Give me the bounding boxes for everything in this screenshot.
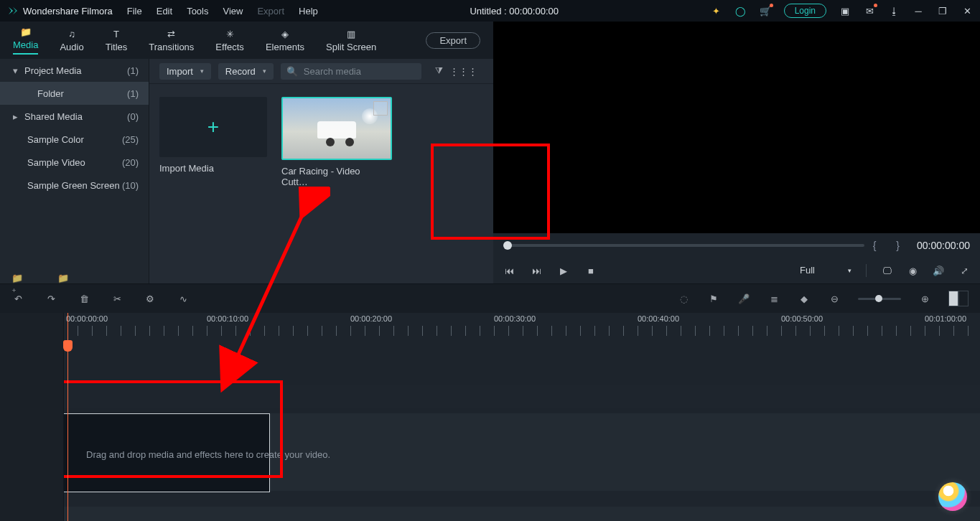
- main-menu: File Edit Tools View Export Help: [127, 6, 318, 17]
- transitions-icon: ⇄: [165, 28, 178, 39]
- tab-audio[interactable]: ♫Audio: [60, 28, 83, 52]
- download-icon[interactable]: ⭳: [888, 5, 900, 17]
- cart-icon[interactable]: 🛒: [760, 5, 771, 17]
- close-icon[interactable]: ✕: [961, 5, 973, 17]
- time-ruler[interactable]: 00:00:00:00 00:00:10:00 00:00:20:00 00:0…: [63, 313, 980, 342]
- fullscreen-icon[interactable]: ⤢: [958, 265, 970, 276]
- step-fwd-icon[interactable]: ⏭: [531, 265, 542, 276]
- record-dropdown[interactable]: Record▾: [218, 63, 274, 80]
- delete-icon[interactable]: 🗑: [78, 292, 90, 305]
- preview-panel: { } 00:00:00:00 ⏮ ⏭ ▶ ■ Full▾ 🖵 ◉ 🔊 ⤢: [493, 22, 980, 283]
- sidebar-item-folder[interactable]: Folder(1): [0, 82, 149, 105]
- minimize-icon[interactable]: ─: [913, 5, 924, 17]
- play-icon[interactable]: ▶: [558, 265, 569, 276]
- save-icon[interactable]: ▣: [839, 5, 851, 17]
- tab-titles[interactable]: TTitles: [106, 28, 128, 52]
- playhead[interactable]: [67, 313, 68, 521]
- media-sidebar: ▾Project Media(1) Folder(1) ▸Shared Medi…: [0, 59, 149, 283]
- audio-wave-icon[interactable]: ∿: [177, 292, 190, 305]
- voiceover-icon[interactable]: 🎤: [737, 292, 750, 305]
- player-timecode: 00:00:00:00: [917, 240, 970, 251]
- chevron-down-icon: ▾: [848, 267, 851, 274]
- keyframe-icon[interactable]: ◆: [798, 292, 811, 305]
- login-button[interactable]: Login: [784, 4, 826, 18]
- export-button[interactable]: Export: [426, 32, 480, 49]
- timeline: ⧉ ⬙ 00:00:00:00 00:00:10:00 00:00:20:00 …: [0, 313, 980, 521]
- render-icon[interactable]: ◌: [677, 292, 690, 305]
- import-media-cell[interactable]: + Import Media: [159, 97, 267, 174]
- dropzone-hint: Drag and drop media and effects here to …: [86, 449, 330, 460]
- menu-view[interactable]: View: [223, 6, 243, 17]
- zoom-out-icon[interactable]: ⊖: [828, 292, 841, 305]
- in-out-braces[interactable]: { }: [873, 240, 908, 251]
- sidebar-footer: 📁₊ 📁: [11, 273, 70, 286]
- app-name: Wondershare Filmora: [23, 6, 113, 17]
- player-controls: { } 00:00:00:00 ⏮ ⏭ ▶ ■ Full▾ 🖵 ◉ 🔊 ⤢: [493, 233, 980, 283]
- message-icon[interactable]: ✉: [864, 5, 875, 17]
- maximize-icon[interactable]: ❐: [937, 5, 948, 17]
- menu-edit[interactable]: Edit: [157, 6, 172, 17]
- audio-track[interactable]: ♪1🔓🔊: [0, 507, 980, 521]
- plus-icon: +: [207, 116, 219, 139]
- import-dropdown[interactable]: Import▾: [159, 63, 211, 80]
- splitscreen-icon: ▥: [345, 28, 358, 39]
- grid-icon[interactable]: ⋮⋮⋮: [457, 65, 470, 78]
- menu-tools[interactable]: Tools: [187, 6, 208, 17]
- clip-badge-icon: [373, 101, 388, 116]
- sidebar-item-sample-video[interactable]: Sample Video(20): [0, 151, 149, 174]
- chevron-down-icon: ▾: [200, 67, 204, 75]
- media-clip[interactable]: Car Racing - Video Cutt…: [281, 97, 389, 187]
- quality-dropdown[interactable]: Full▾: [800, 265, 851, 276]
- undo-icon[interactable]: ↶: [11, 292, 24, 305]
- folder-icon[interactable]: 📁: [57, 273, 70, 286]
- module-tabs: 📁Media ♫Audio TTitles ⇄Transitions ✳Effe…: [0, 22, 493, 59]
- headphones-icon[interactable]: ◯: [735, 5, 747, 17]
- tab-splitscreen[interactable]: ▥Split Screen: [326, 28, 376, 52]
- mixer-icon[interactable]: ≣: [767, 292, 780, 305]
- menu-help[interactable]: Help: [299, 6, 318, 17]
- lightbulb-icon[interactable]: ✦: [711, 5, 722, 17]
- adjust-icon[interactable]: ⚙: [144, 292, 157, 305]
- volume-icon[interactable]: 🔊: [933, 265, 944, 276]
- titlebar: Wondershare Filmora File Edit Tools View…: [0, 0, 980, 22]
- tab-media[interactable]: 📁Media: [13, 26, 38, 55]
- folder-icon: 📁: [19, 26, 32, 37]
- new-folder-icon[interactable]: 📁₊: [11, 273, 24, 286]
- zoom-in-icon[interactable]: ⊕: [918, 292, 931, 305]
- menu-file[interactable]: File: [127, 6, 142, 17]
- effects-icon: ✳: [223, 28, 236, 39]
- scrub-slider[interactable]: [503, 244, 864, 247]
- window-title: Untitled : 00:00:00:00: [318, 6, 711, 17]
- sidebar-item-shared-media[interactable]: ▸Shared Media(0): [0, 105, 149, 128]
- elements-icon: ◈: [279, 28, 291, 39]
- redo-icon[interactable]: ↷: [45, 292, 57, 305]
- stop-icon[interactable]: ■: [585, 265, 597, 276]
- tab-elements[interactable]: ◈Elements: [266, 28, 304, 52]
- marker-icon[interactable]: ⚑: [707, 292, 720, 305]
- spacer-track: [0, 385, 980, 408]
- snapshot-icon[interactable]: ◉: [907, 265, 918, 276]
- media-browser: Import▾ Record▾ 🔍 ⧩ ⋮⋮⋮ + Import Media C…: [149, 59, 493, 283]
- tab-effects[interactable]: ✳Effects: [215, 28, 244, 52]
- timeline-view-toggle[interactable]: [948, 291, 969, 306]
- preview-viewport[interactable]: [493, 22, 980, 233]
- sidebar-item-sample-color[interactable]: Sample Color(25): [0, 128, 149, 151]
- sidebar-item-project-media[interactable]: ▾Project Media(1): [0, 59, 149, 82]
- zoom-slider[interactable]: [858, 298, 901, 300]
- chevron-down-icon: ▾: [263, 67, 266, 75]
- search-icon: 🔍: [286, 66, 298, 77]
- menu-export: Export: [257, 6, 284, 17]
- tab-transitions[interactable]: ⇄Transitions: [149, 28, 194, 52]
- step-back-icon[interactable]: ⏮: [503, 265, 515, 276]
- split-icon[interactable]: ✂: [111, 292, 123, 305]
- music-icon: ♫: [65, 28, 78, 39]
- filter-icon[interactable]: ⧩: [433, 65, 446, 78]
- app-logo-icon: [7, 5, 19, 17]
- wondershare-logo-icon: [938, 482, 967, 511]
- sidebar-item-sample-green[interactable]: Sample Green Screen(10): [0, 174, 149, 197]
- timeline-toolbar: ↶ ↷ 🗑 ✂ ⚙ ∿ ◌ ⚑ 🎤 ≣ ◆ ⊖ ⊕: [0, 283, 980, 313]
- search-input[interactable]: 🔍: [281, 63, 421, 80]
- monitor-icon[interactable]: 🖵: [881, 265, 892, 276]
- text-icon: T: [110, 28, 123, 39]
